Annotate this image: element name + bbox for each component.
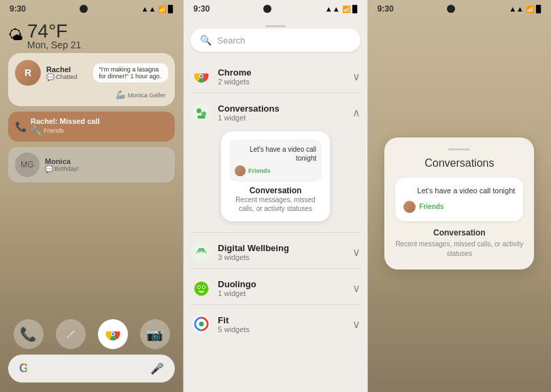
camera-app-icon[interactable]: 📷	[140, 319, 170, 349]
chrome-left: Chrome 2 widgets	[190, 65, 251, 87]
conversations-left: Conversations 1 widget	[190, 101, 279, 123]
dw-name: Digital Wellbeing	[218, 243, 289, 253]
dw-chevron[interactable]: ∨	[352, 246, 361, 259]
missed-call-text: Rachel: Missed call	[31, 117, 100, 125]
conv-bubble-text: Let's have a video call tonight	[235, 145, 316, 163]
card-title: Conversations	[395, 157, 523, 169]
conv-widget-label: Conversation Recent messages, missed cal…	[229, 186, 322, 213]
fit-section: Fit 5 widgets ∨	[190, 308, 360, 338]
card-mini-avatar	[403, 201, 416, 213]
tool-icon: 🔧	[31, 125, 42, 136]
status-icons-2: ▲▲ 📶 ▉	[325, 5, 358, 13]
phone-app-icon[interactable]: 📞	[14, 319, 44, 349]
card-handle	[448, 148, 470, 150]
chrome-info: Chrome 2 widgets	[218, 67, 251, 86]
signal-icon-2: ▲▲	[325, 5, 340, 13]
fit-name: Fit	[218, 315, 249, 325]
google-search-bar[interactable]: G 🎤	[8, 355, 175, 382]
fit-header[interactable]: Fit 5 widgets ∨	[190, 308, 360, 338]
monica-avatar: MG	[15, 152, 39, 177]
chrome-app-icon-list	[190, 65, 212, 87]
chrome-app-icon[interactable]	[98, 319, 128, 349]
monica-geller-label: 🦾 Monica Geller	[15, 90, 168, 99]
missed-call-widget[interactable]: 📞 Rachel: Missed call 🔧 Friends	[8, 112, 175, 142]
widget-search-bar[interactable]: 🔍 Search	[190, 29, 360, 52]
mic-icon[interactable]: 🎤	[150, 362, 164, 375]
friends-label: Friends	[248, 167, 271, 174]
home-content: 🌤 74°F Mon, Sep 21 R Rachel 💬 Chatted "I…	[0, 15, 183, 392]
dw-count: 3 widgets	[218, 253, 289, 261]
monica-sub: 💬 Birthday!	[45, 165, 79, 173]
chrome-divider	[190, 93, 360, 93]
monica-name: Monica	[45, 157, 79, 165]
phone-home-screen: 9:30 ▲▲ 📶 ▉ 🌤 74°F Mon, Sep 21 R Rachel	[0, 0, 183, 392]
battery-icon-2: ▉	[352, 5, 358, 13]
rachel-sub: 💬 Chatted	[46, 74, 88, 81]
search-icon: 🔍	[200, 35, 212, 46]
wifi-icon-2: 📶	[342, 5, 350, 13]
monica-widget[interactable]: MG Monica 💬 Birthday!	[8, 147, 175, 182]
card-friends-label: Friends	[419, 203, 444, 210]
fit-icon	[192, 314, 211, 333]
dw-app-icon	[190, 241, 212, 263]
conv-label-desc: Recent messages, missed calls, or activi…	[229, 195, 322, 213]
conversations-chevron[interactable]: ∧	[352, 106, 361, 119]
signal-icon-1: ▲▲	[141, 5, 156, 13]
google-logo: G	[19, 361, 29, 376]
rachel-widget[interactable]: R Rachel 💬 Chatted "I'm making a lasagna…	[8, 53, 175, 106]
chrome-header[interactable]: Chrome 2 widgets ∨	[190, 60, 360, 90]
conv-widget-preview[interactable]: Let's have a video call tonight Friends …	[221, 131, 330, 221]
duolingo-chevron[interactable]: ∨	[352, 282, 361, 295]
conversations-card[interactable]: Conversations Let's have a video call to…	[384, 137, 534, 269]
duolingo-section: Duolingo 1 widget ∨	[190, 272, 360, 305]
svg-point-11	[195, 282, 209, 296]
card-conv-desc: Recent messages, missed calls, or activi…	[395, 240, 523, 259]
card-conv-bubble: Let's have a video call tonight Friends	[395, 178, 523, 220]
clock-app-icon[interactable]: ⟋	[56, 319, 86, 349]
conversations-count: 1 widget	[218, 114, 279, 122]
wifi-icon-1: 📶	[158, 5, 166, 13]
duolingo-count: 1 widget	[218, 289, 256, 297]
status-icons-3: ▲▲ 📶 ▉	[509, 5, 541, 13]
conv-preview-bubble: Let's have a video call tonight Friends	[229, 140, 322, 182]
card-conv-title: Conversation	[395, 228, 523, 238]
chrome-list-icon	[193, 68, 210, 84]
rachel-avatar: R	[15, 60, 41, 86]
svg-point-5	[200, 75, 203, 78]
conversations-header[interactable]: Conversations 1 widget ∧	[190, 96, 360, 126]
conversations-divider	[190, 232, 360, 233]
conversations-icon	[192, 103, 211, 122]
conversations-expanded: Let's have a video call tonight Friends …	[190, 126, 360, 229]
duolingo-app-icon	[190, 277, 212, 299]
card-bubble-user: Friends	[403, 201, 515, 213]
weather-widget: 🌤 74°F Mon, Sep 21	[8, 20, 175, 50]
duolingo-header[interactable]: Duolingo 1 widget ∨	[190, 272, 360, 301]
dw-icon	[192, 242, 211, 261]
time-2: 9:30	[193, 4, 210, 14]
fit-app-icon	[190, 313, 212, 335]
chrome-name: Chrome	[218, 67, 251, 78]
duolingo-divider	[190, 304, 360, 305]
duolingo-info: Duolingo 1 widget	[218, 279, 256, 297]
notch-1	[80, 5, 88, 13]
monica-info: Monica 💬 Birthday!	[45, 157, 79, 173]
search-placeholder: Search	[217, 35, 245, 46]
fit-chevron[interactable]: ∨	[352, 318, 361, 331]
dw-header[interactable]: Digital Wellbeing 3 widgets ∨	[190, 235, 360, 265]
signal-icon-3: ▲▲	[509, 5, 524, 13]
wifi-icon-3: 📶	[526, 5, 534, 13]
rachel-conv-item: R Rachel 💬 Chatted "I'm making a lasagna…	[15, 60, 168, 86]
conv-preview-user: Friends	[235, 165, 316, 176]
chrome-count: 2 widgets	[218, 78, 251, 86]
phone3-content: Conversations Let's have a video call to…	[368, 15, 551, 392]
weather-date: Mon, Sep 21	[27, 39, 81, 50]
missed-call-sub: 🔧 Friends	[31, 125, 100, 136]
dw-info: Digital Wellbeing 3 widgets	[218, 243, 289, 261]
svg-point-14	[199, 287, 200, 288]
chrome-chevron[interactable]: ∨	[352, 70, 361, 83]
time-3: 9:30	[378, 4, 394, 14]
conv-mini-avatar	[235, 165, 246, 176]
fit-count: 5 widgets	[218, 325, 249, 333]
status-bar-1: 9:30 ▲▲ 📶 ▉	[0, 0, 183, 15]
phone-conversations-detail: 9:30 ▲▲ 📶 ▉ Conversations Let's have a v…	[368, 0, 551, 392]
